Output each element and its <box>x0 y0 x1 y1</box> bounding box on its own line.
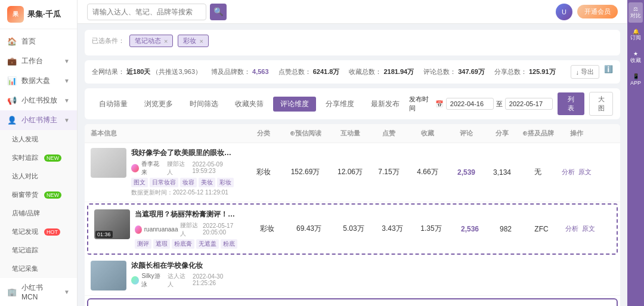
col-interaction-row1: 12.06万 <box>329 167 371 177</box>
sidebar-item-ads-label: 小红书投放 <box>21 95 57 106</box>
post-update-row1: 数据更新时间：2022-05-12 11:29:01 <box>131 188 246 197</box>
thumb-placeholder <box>91 148 126 178</box>
user-avatar: U <box>556 4 572 20</box>
post-time-row3: 2022-04-30 21:25:26 <box>193 273 246 286</box>
col-brand: ⊕搭及品牌 <box>520 129 556 138</box>
ads-arrow: ▼ <box>64 97 70 104</box>
mcn-icon: 🏢 <box>7 288 17 297</box>
sidebar-sub: 达人发现 实时追踪 NEW 达人对比 橱窗带货 NEW 店铺/品牌 笔记发现 <box>0 130 77 278</box>
table-row: 我好像学会了欧美眼里的眼妆 立体深邃！ 香李花来 腰部达人 2022-05-09… <box>85 143 620 202</box>
note-discovery-badge: HOT <box>44 228 60 236</box>
col-likes: 点赞 <box>371 129 407 138</box>
stat-collections: 收藏总数： 2181.94万 <box>349 67 414 76</box>
tab-recent-publish[interactable]: 最新发布 <box>364 97 407 112</box>
sidebar-item-kol-realtime[interactable]: 实时追踪 NEW <box>0 149 77 167</box>
col-category: 分类 <box>246 129 281 138</box>
tab-collection[interactable]: 收藏夹筛 <box>228 97 271 112</box>
sidebar-item-kol-compare[interactable]: 达人对比 <box>0 167 77 186</box>
col-actions-row1: 分析 原文 <box>556 168 597 177</box>
vip-button[interactable]: 开通会员 <box>577 5 618 18</box>
right-panel-collect-label: 收藏 <box>630 57 642 64</box>
col-actions-row2: 分析 原文 <box>559 224 601 233</box>
analyze-link-row2[interactable]: 分析 <box>565 224 578 233</box>
filter-tag-makeup[interactable]: 彩妆 × <box>178 35 208 47</box>
right-panel-subscribe[interactable]: 🔔 订阅 <box>628 25 643 45</box>
original-link-row1[interactable]: 原文 <box>578 168 592 177</box>
sidebar-item-shop-window[interactable]: 橱窗带货 NEW <box>0 186 77 204</box>
table-header: 基本信息 分类 ⊕预估阅读 互动量 点赞 收藏 评论 分享 ⊕搭及品牌 操作 <box>85 124 620 143</box>
post-info-row3: 浓颜长相在学校像化妆 Silky游泳 达人达人 2022-04-30 21:25… <box>91 261 246 290</box>
sidebar-item-kol[interactable]: 👤 小红书博主 ▼ <box>0 110 77 130</box>
workspace-icon: 💼 <box>7 57 17 66</box>
stat-likes: 点赞总数： 6241.8万 <box>278 67 340 76</box>
sidebar-item-note-discovery[interactable]: 笔记发现 HOT <box>0 222 77 241</box>
analyze-link-row1[interactable]: 分析 <box>562 168 575 177</box>
filter-row: 已选条件： 笔记动态 × 彩妆 × <box>92 35 613 47</box>
post-tag: 彩妆 <box>217 178 234 187</box>
filter-tag-makeup-label: 彩妆 <box>183 36 196 45</box>
sidebar-item-note-realtime[interactable]: 笔记追踪 <box>0 241 77 259</box>
stat-shares: 分享总数： 125.91万 <box>494 67 556 76</box>
right-panel-compare[interactable]: ⚖ 对比 <box>628 2 643 23</box>
tab-auto-filter[interactable]: 自动筛量 <box>92 97 135 112</box>
tab-time-filter[interactable]: 时间筛选 <box>182 97 225 112</box>
date-separator: 至 <box>496 100 503 109</box>
sidebar-item-datadisk-label: 数据大盘 <box>21 76 50 86</box>
datadisk-icon: 📊 <box>7 76 17 86</box>
app-container: 果 果集·千瓜 🏠 首页 💼 工作台 ▼ 📊 数据大盘 ▼ 📢 小红书投放 ▼ <box>0 0 644 306</box>
date-from-input[interactable] <box>446 98 494 110</box>
sidebar-item-ads[interactable]: 📢 小红书投放 ▼ <box>0 91 77 110</box>
post-tag: 日常妆容 <box>150 178 178 187</box>
filter-tag-note-dynamic[interactable]: 笔记动态 × <box>129 35 173 47</box>
sidebar-item-mcn[interactable]: 🏢 小红书MCN ▼ <box>0 278 77 306</box>
view-button[interactable]: 大图 <box>589 92 613 116</box>
table-row-row3: 浓颜长相在学校像化妆 Silky游泳 达人达人 2022-04-30 21:25… <box>85 256 620 296</box>
sidebar-item-workspace[interactable]: 💼 工作台 ▼ <box>0 51 77 71</box>
stat-total-val: 近180天 <box>126 68 150 75</box>
expanded-preview: 01:36 当遮瑕用？杨丽萍粉膏测评！又划不起钱钱了！ ruanruanaaa … <box>87 298 618 306</box>
tab-share-filter[interactable]: 分享维度 <box>318 97 361 112</box>
sidebar-item-datadisk[interactable]: 📊 数据大盘 ▼ <box>0 71 77 91</box>
sidebar-item-kol-label: 小红书博主 <box>21 115 57 125</box>
sidebar-item-store-brand[interactable]: 店铺/品牌 <box>0 204 77 222</box>
col-likes-row2: 3.43万 <box>374 224 410 234</box>
filter-bar: 已选条件： 笔记动态 × 彩妆 × <box>85 30 620 55</box>
main-content: 🔍 U 开通会员 已选条件： 笔记动态 × 彩妆 × <box>78 0 627 306</box>
author-type-row1: 腰部达人 <box>167 160 190 177</box>
original-link-row2[interactable]: 原文 <box>582 224 595 233</box>
export-button[interactable]: ↓ 导出 <box>571 65 600 79</box>
stat-brand-count: 博及品牌数： 4,563 <box>211 67 269 76</box>
datadisk-arrow: ▼ <box>64 78 70 84</box>
col-interaction-row2: 5.03万 <box>333 224 374 234</box>
date-to-input[interactable] <box>505 98 553 110</box>
sidebar-item-kol-discover[interactable]: 达人发现 <box>0 130 77 149</box>
sidebar-item-mcn-label: 小红书MCN <box>21 283 59 301</box>
stat-likes-val: 6241.8万 <box>313 68 340 75</box>
filter-tag-makeup-close[interactable]: × <box>199 38 203 45</box>
sidebar-item-home[interactable]: 🏠 首页 <box>0 32 77 51</box>
sidebar-item-kol-discover-label: 达人发现 <box>12 135 38 144</box>
sidebar-item-note-collection[interactable]: 笔记采集 <box>0 259 77 278</box>
tab-review-filter[interactable]: 评论维度 <box>273 97 316 112</box>
export-icon: ↓ <box>576 69 580 76</box>
filter-tag-note-dynamic-close[interactable]: × <box>164 38 168 45</box>
search-input[interactable] <box>87 4 206 20</box>
sidebar-item-kol-compare-label: 达人对比 <box>12 172 38 181</box>
tab-search-button[interactable]: 列表 <box>558 92 585 115</box>
kol-realtime-badge: NEW <box>44 154 61 162</box>
author-name-row2: ruanruanaaa <box>144 226 178 233</box>
stat-comments-val: 347.69万 <box>458 68 485 75</box>
tab-browse-more[interactable]: 浏览更多 <box>137 97 180 112</box>
stat-shares-label: 分享总数： <box>494 68 527 75</box>
stat-collections-label: 收藏总数： <box>349 68 382 75</box>
post-tag: 无遮盖 <box>196 239 219 249</box>
header-search-button[interactable]: 🔍 <box>210 4 227 20</box>
post-tag: 测评 <box>135 239 151 249</box>
table-row-row2-collapsed: 01:36 当遮瑕用？杨丽萍粉膏测评！又划不起钱钱了！ ruanruanaaa … <box>88 205 617 254</box>
right-panel-app[interactable]: 📱 APP <box>628 70 643 90</box>
col-brand-row2: ZFC <box>524 225 559 233</box>
header-right: U 开通会员 <box>556 4 618 20</box>
calendar-icon: 📅 <box>435 100 444 108</box>
col-brand-row1: 无 <box>520 167 556 177</box>
right-panel-collect[interactable]: ★ 收藏 <box>628 47 643 67</box>
